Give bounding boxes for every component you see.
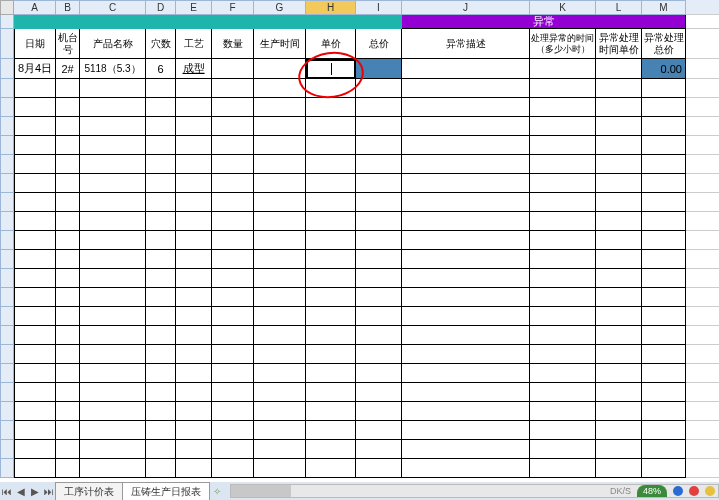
empty-cell[interactable] (402, 345, 530, 364)
empty-cell[interactable] (212, 307, 254, 326)
row-header[interactable] (0, 117, 14, 136)
col-header-L[interactable]: L (596, 0, 642, 15)
empty-cell[interactable] (306, 459, 356, 478)
empty-cell[interactable] (596, 402, 642, 421)
empty-cell[interactable] (356, 79, 402, 98)
header-process[interactable]: 工艺 (176, 29, 212, 59)
empty-cell[interactable] (306, 288, 356, 307)
empty-cell[interactable] (306, 250, 356, 269)
empty-cell[interactable] (530, 269, 596, 288)
empty-cell[interactable] (642, 345, 686, 364)
empty-cell[interactable] (596, 269, 642, 288)
empty-cell[interactable] (306, 345, 356, 364)
empty-cell[interactable] (356, 307, 402, 326)
row-header[interactable] (0, 288, 14, 307)
empty-cell[interactable] (402, 117, 530, 136)
empty-cell[interactable] (56, 364, 80, 383)
empty-cell[interactable] (530, 79, 596, 98)
empty-cell[interactable] (356, 288, 402, 307)
empty-cell[interactable] (80, 440, 146, 459)
empty-cell[interactable] (146, 174, 176, 193)
empty-cell[interactable] (80, 269, 146, 288)
empty-cell[interactable] (254, 402, 306, 421)
col-header-A[interactable]: A (14, 0, 56, 15)
empty-cell[interactable] (14, 402, 56, 421)
empty-cell[interactable] (254, 212, 306, 231)
empty-cell[interactable] (146, 440, 176, 459)
empty-cell[interactable] (254, 421, 306, 440)
empty-cell[interactable] (402, 459, 530, 478)
empty-cell[interactable] (356, 421, 402, 440)
empty-cell[interactable] (146, 307, 176, 326)
empty-cell[interactable] (254, 364, 306, 383)
empty-cell[interactable] (212, 402, 254, 421)
empty-cell[interactable] (596, 117, 642, 136)
empty-cell[interactable] (306, 440, 356, 459)
empty-cell[interactable] (176, 440, 212, 459)
empty-cell[interactable] (642, 307, 686, 326)
empty-cell[interactable] (176, 231, 212, 250)
empty-cell[interactable] (146, 136, 176, 155)
col-header-M[interactable]: M (642, 0, 686, 15)
empty-cell[interactable] (212, 231, 254, 250)
empty-cell[interactable] (56, 421, 80, 440)
empty-cell[interactable] (146, 193, 176, 212)
empty-cell[interactable] (212, 440, 254, 459)
empty-cell[interactable] (356, 459, 402, 478)
empty-cell[interactable] (642, 193, 686, 212)
empty-cell[interactable] (530, 117, 596, 136)
empty-cell[interactable] (402, 193, 530, 212)
empty-cell[interactable] (176, 117, 212, 136)
cell-process[interactable]: 成型 (176, 59, 212, 79)
empty-cell[interactable] (14, 269, 56, 288)
col-header-F[interactable]: F (212, 0, 254, 15)
empty-cell[interactable] (356, 136, 402, 155)
cell-qty[interactable] (212, 59, 254, 79)
empty-cell[interactable] (356, 212, 402, 231)
empty-cell[interactable] (212, 155, 254, 174)
cell-product[interactable]: 5118（5.3） (80, 59, 146, 79)
empty-cell[interactable] (530, 307, 596, 326)
empty-cell[interactable] (80, 250, 146, 269)
empty-cell[interactable] (642, 155, 686, 174)
empty-cell[interactable] (56, 231, 80, 250)
empty-cell[interactable] (642, 421, 686, 440)
tab-nav-last-icon[interactable]: ⏭ (42, 483, 56, 499)
empty-cell[interactable] (14, 155, 56, 174)
empty-cell[interactable] (596, 136, 642, 155)
empty-cell[interactable] (254, 136, 306, 155)
cell-machine[interactable]: 2# (56, 59, 80, 79)
col-header-B[interactable]: B (56, 0, 80, 15)
empty-cell[interactable] (530, 459, 596, 478)
row-header[interactable] (0, 212, 14, 231)
empty-cell[interactable] (356, 269, 402, 288)
empty-cell[interactable] (306, 326, 356, 345)
empty-cell[interactable] (176, 383, 212, 402)
empty-cell[interactable] (80, 307, 146, 326)
empty-cell[interactable] (642, 136, 686, 155)
empty-cell[interactable] (212, 326, 254, 345)
empty-cell[interactable] (356, 345, 402, 364)
empty-cell[interactable] (80, 288, 146, 307)
row-header[interactable] (0, 440, 14, 459)
empty-cell[interactable] (530, 326, 596, 345)
empty-cell[interactable] (306, 98, 356, 117)
empty-cell[interactable] (56, 269, 80, 288)
empty-cell[interactable] (254, 383, 306, 402)
empty-cell[interactable] (530, 174, 596, 193)
empty-cell[interactable] (146, 79, 176, 98)
empty-cell[interactable] (306, 402, 356, 421)
empty-cell[interactable] (306, 174, 356, 193)
empty-cell[interactable] (402, 402, 530, 421)
empty-cell[interactable] (254, 231, 306, 250)
empty-cell[interactable] (146, 212, 176, 231)
empty-cell[interactable] (596, 98, 642, 117)
header-date[interactable]: 日期 (14, 29, 56, 59)
empty-cell[interactable] (80, 421, 146, 440)
empty-cell[interactable] (642, 98, 686, 117)
empty-cell[interactable] (530, 345, 596, 364)
empty-cell[interactable] (402, 155, 530, 174)
empty-cell[interactable] (402, 136, 530, 155)
empty-cell[interactable] (146, 345, 176, 364)
empty-cell[interactable] (56, 98, 80, 117)
